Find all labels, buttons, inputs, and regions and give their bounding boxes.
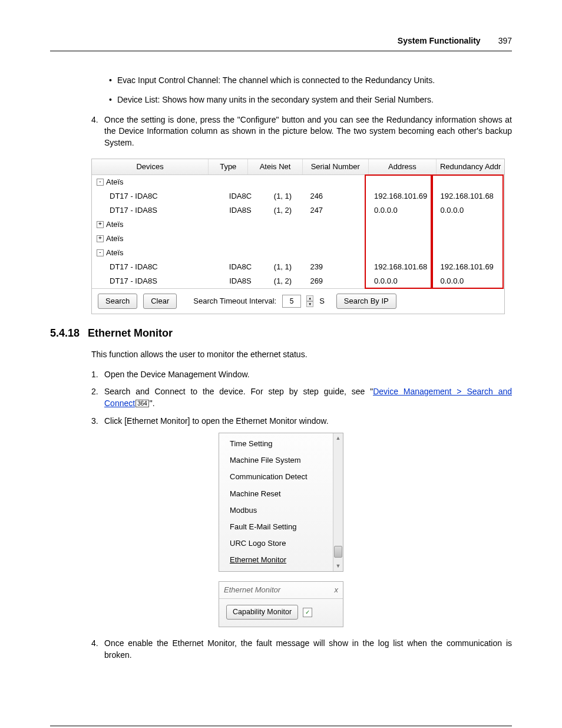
cell-sn: 247 — [308, 205, 372, 216]
item-number: 1. — [91, 369, 104, 381]
capability-monitor-button[interactable]: Capability Monitor — [226, 605, 298, 620]
step2-pre: Search and Connect to the device. For st… — [104, 387, 373, 396]
cell-sn: 246 — [308, 191, 372, 202]
intro-text: This function allows the user to monitor… — [91, 349, 512, 361]
scroll-up-icon[interactable]: ▲ — [336, 433, 341, 443]
col-header-sn: Serial Number — [303, 159, 369, 174]
col-header-net: Ateis Net — [248, 159, 302, 174]
device-table-panel: Devices Type Ateis Net Serial Number Add… — [91, 159, 505, 314]
ethernet-monitor-panel: Ethernet Monitor x Capability Monitor ✓ — [219, 581, 343, 628]
cell-type: IDA8C — [223, 191, 257, 202]
numbered-item: 1. Open the Device Management Window. — [91, 369, 512, 381]
item-number: 4. — [91, 638, 104, 661]
cell-raddr: 0.0.0.0 — [438, 276, 504, 286]
table-row[interactable]: DT17 - IDA8CIDA8C(1, 1)239192.168.101.68… — [92, 260, 504, 274]
device-table-footer: Search Clear Search Timeout Interval: ▲▼… — [92, 288, 504, 314]
table-row[interactable]: DT17 - IDA8CIDA8C(1, 1)246192.168.101.69… — [92, 189, 504, 203]
table-row[interactable]: -Ateïs — [92, 246, 504, 260]
item-text: Search and Connect to the device. For st… — [104, 386, 512, 409]
cell-addr: 192.168.101.69 — [372, 191, 438, 202]
search-by-ip-button[interactable]: Search By IP — [336, 294, 396, 309]
cell-net: (1, 1) — [258, 191, 308, 202]
section-body-continued: 4. Once enable the Ethernet Monitor, the… — [91, 638, 512, 661]
cell-device: DT17 - IDA8C — [92, 191, 223, 202]
cell-net: (1, 2) — [258, 276, 308, 286]
bullet-list: Evac Input Control Channel: The channel … — [91, 75, 512, 106]
menu-item[interactable]: Machine Reset — [219, 486, 333, 502]
close-icon[interactable]: x — [335, 585, 339, 595]
cell-type: IDA8S — [223, 276, 257, 286]
cell-device: DT17 - IDA8S — [92, 276, 223, 286]
bullet-item: Device List: Shows how many units in the… — [109, 94, 512, 106]
item-number: 4. — [91, 114, 104, 149]
item-text: Click [Ethernet Monitor] to open the Eth… — [104, 416, 512, 427]
menu-item[interactable]: Machine File System — [219, 452, 333, 469]
scroll-thumb[interactable] — [334, 546, 342, 558]
ethernet-monitor-header: Ethernet Monitor x — [219, 582, 343, 599]
menu-item[interactable]: Fault E-Mail Setting — [219, 519, 333, 535]
cell-type: IDA8S — [223, 205, 257, 216]
timeout-label: Search Timeout Interval: — [193, 296, 276, 307]
numbered-item: 4. Once enable the Ethernet Monitor, the… — [91, 638, 512, 661]
menu-item[interactable]: Ethernet Monitor — [219, 552, 333, 568]
cell-net: (1, 1) — [258, 262, 308, 272]
header-page-number: 397 — [498, 35, 512, 47]
menu-item[interactable]: Communication Detect — [219, 469, 333, 485]
header-title: System Functionality — [398, 35, 481, 47]
item-text: Open the Device Management Window. — [104, 369, 512, 381]
cell-sn: 269 — [308, 276, 372, 286]
cell-type: IDA8C — [223, 262, 257, 272]
tree-toggle-icon[interactable]: + — [97, 235, 104, 242]
section-number: 5.4.18 — [50, 327, 80, 339]
tree-toggle-icon[interactable]: - — [97, 249, 104, 256]
cell-net: (1, 2) — [258, 205, 308, 216]
cell-raddr: 192.168.101.69 — [438, 262, 504, 272]
menu-item[interactable]: Modbus — [219, 502, 333, 519]
cell-device: DT17 - IDA8S — [92, 205, 223, 216]
menu-item[interactable]: URC Logo Store — [219, 535, 333, 552]
item-text: Once enable the Ethernet Monitor, the fa… — [104, 638, 512, 661]
page-footer: © 2012 ATEÏS — [50, 726, 512, 728]
col-header-type: Type — [209, 159, 248, 174]
capability-monitor-checkbox[interactable]: ✓ — [303, 608, 312, 617]
scrollbar[interactable]: ▲ ▼ — [333, 433, 343, 571]
ethernet-monitor-title: Ethernet Monitor — [224, 585, 280, 595]
col-header-devices: Devices — [92, 159, 209, 174]
device-table-body: -AteïsDT17 - IDA8CIDA8C(1, 1)246192.168.… — [92, 175, 504, 288]
cell-addr: 0.0.0.0 — [372, 276, 438, 286]
item-number: 3. — [91, 416, 104, 427]
cell-raddr: 192.168.101.68 — [438, 191, 504, 202]
bullet-item: Evac Input Control Channel: The channel … — [109, 75, 512, 87]
context-menu-panel: Time SettingMachine File SystemCommunica… — [219, 433, 343, 572]
table-row[interactable]: DT17 - IDA8SIDA8S(1, 2)2470.0.0.00.0.0.0 — [92, 203, 504, 218]
section-heading: 5.4.18Ethernet Monitor — [50, 326, 512, 341]
item-text: Once the setting is done, press the "Con… — [104, 114, 512, 149]
col-header-raddr: Redundancy Addr — [437, 159, 504, 174]
step2-post: ". — [150, 398, 155, 408]
table-row[interactable]: -Ateïs — [92, 175, 504, 189]
search-button[interactable]: Search — [98, 294, 137, 309]
tree-toggle-icon[interactable]: - — [97, 179, 104, 186]
section-title: Ethernet Monitor — [88, 327, 173, 339]
timeout-spinner[interactable]: ▲▼ — [306, 295, 313, 307]
page-reference: 364 — [135, 400, 149, 407]
page-header: System Functionality 397 — [50, 35, 512, 51]
table-row[interactable]: DT17 - IDA8SIDA8S(1, 2)2690.0.0.00.0.0.0 — [92, 274, 504, 288]
tree-toggle-icon[interactable]: + — [97, 221, 104, 228]
cell-sn: 239 — [308, 262, 372, 272]
cell-raddr: 0.0.0.0 — [438, 205, 504, 216]
cell-device: DT17 - IDA8C — [92, 262, 223, 272]
table-row[interactable]: +Ateïs — [92, 218, 504, 232]
section-body: This function allows the user to monitor… — [91, 349, 512, 427]
clear-button[interactable]: Clear — [143, 294, 177, 309]
numbered-item: 2. Search and Connect to the device. For… — [91, 386, 512, 409]
timeout-unit: S — [319, 296, 325, 307]
timeout-input[interactable] — [282, 295, 301, 308]
table-row[interactable]: +Ateïs — [92, 232, 504, 246]
item-number: 2. — [91, 386, 104, 409]
cell-addr: 192.168.101.68 — [372, 262, 438, 272]
scroll-down-icon[interactable]: ▼ — [336, 561, 341, 571]
body-content: Evac Input Control Channel: The channel … — [91, 75, 512, 149]
menu-item[interactable]: Time Setting — [219, 436, 333, 452]
device-table-header: Devices Type Ateis Net Serial Number Add… — [92, 159, 504, 175]
